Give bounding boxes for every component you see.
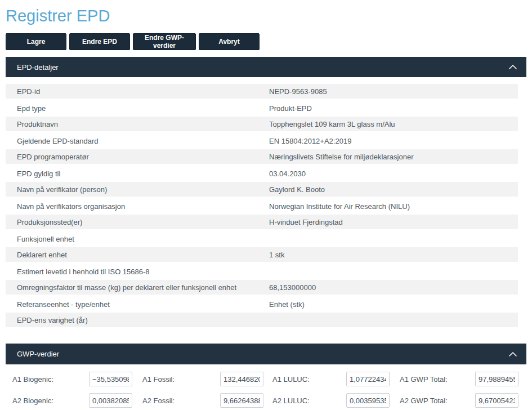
- detail-row: Navn på verifikator (person)Gaylord K. B…: [6, 182, 518, 198]
- a2-gwp-total-input[interactable]: [475, 393, 518, 408]
- detail-row-value: Næringslivets Stiftelse for miljødeklara…: [269, 153, 518, 161]
- detail-row-label: Produksjonssted(er): [17, 218, 269, 226]
- gwp-row: A2 Biogenic:A2 Fossil:A2 LULUC:A2 GWP To…: [12, 393, 526, 408]
- detail-row-value: 1 stk: [269, 251, 518, 259]
- gwp-field-label: A2 GWP Total:: [400, 396, 475, 405]
- a2-biogenic-input[interactable]: [89, 393, 132, 408]
- detail-row-label: EPD-id: [17, 87, 269, 96]
- detail-row: Gjeldende EPD-standardEN 15804:2012+A2:2…: [6, 133, 518, 149]
- detail-row: Navn på verifikators organisasjonNorwegi…: [6, 198, 518, 215]
- registrer-epd-page: Registrer EPD Lagre Endre EPD Endre GWP-…: [0, 0, 532, 410]
- detail-row-label: Navn på verifikator (person): [17, 185, 269, 194]
- detail-row: Omregningsfaktor til masse (kg) per dekl…: [6, 280, 518, 296]
- a2-luluc-input[interactable]: [346, 393, 390, 408]
- edit-gwp-values-button[interactable]: Endre GWP-verdier: [133, 33, 196, 50]
- detail-row-label: Produktnavn: [17, 120, 269, 128]
- gwp-section-title: GWP-verdier: [17, 350, 59, 358]
- toolbar: Lagre Endre EPD Endre GWP-verdier Avbryt: [6, 33, 526, 50]
- gwp-row: A1 Biogenic:A1 Fossil:A1 LULUC:A1 GWP To…: [12, 372, 526, 386]
- detail-row-label: Gjeldende EPD-standard: [17, 137, 269, 145]
- detail-row-value: Topphengslet 109 karm 3L glass m/Alu: [269, 120, 518, 128]
- detail-row: Epd typeProdukt-EPD: [6, 100, 518, 117]
- detail-row: Estimert levetid i henhold til ISO 15686…: [6, 264, 518, 280]
- epd-details-rows: EPD-idNEPD-9563-9085Epd typeProdukt-EPDP…: [6, 84, 518, 329]
- detail-row-label: Referanseenhet - type/enhet: [17, 300, 269, 309]
- detail-row-value: Produkt-EPD: [269, 104, 518, 113]
- detail-row-label: Omregningsfaktor til masse (kg) per dekl…: [17, 283, 269, 292]
- detail-row-label: Funksjonell enhet: [17, 235, 269, 243]
- detail-row-label: EPD-ens varighet (år): [17, 316, 269, 324]
- gwp-field-label: A2 LULUC:: [272, 396, 346, 405]
- detail-row-label: EPD programoperatør: [17, 153, 269, 161]
- epd-details-section-title: EPD-detaljer: [17, 63, 59, 72]
- detail-row-value: Norwegian Institute for Air Research (NI…: [269, 202, 518, 211]
- a2-fossil-input[interactable]: [220, 393, 263, 408]
- detail-row-value: EN 15804:2012+A2:2019: [269, 137, 518, 145]
- detail-row-label: Epd type: [17, 104, 269, 113]
- detail-row-value: H-vinduet Fjerdingstad: [269, 218, 518, 226]
- epd-details-section-header[interactable]: EPD-detaljer: [6, 57, 526, 77]
- gwp-field-label: A1 LULUC:: [272, 375, 346, 384]
- detail-row-value: Enhet (stk): [269, 300, 518, 309]
- a1-luluc-input[interactable]: [346, 372, 390, 386]
- detail-row-label: Navn på verifikators organisasjon: [17, 202, 269, 211]
- gwp-section-header[interactable]: GWP-verdier: [6, 344, 526, 364]
- save-button[interactable]: Lagre: [6, 33, 66, 50]
- detail-row: EPD programoperatørNæringslivets Stiftel…: [6, 149, 518, 166]
- a1-fossil-input[interactable]: [220, 372, 263, 386]
- detail-row-label: Deklarert enhet: [17, 251, 269, 259]
- detail-row: EPD-ens varighet (år): [6, 313, 518, 329]
- page-title: Registrer EPD: [6, 0, 526, 33]
- detail-row: ProduktnavnTopphengslet 109 karm 3L glas…: [6, 117, 518, 133]
- detail-row-label: Estimert levetid i henhold til ISO 15686…: [17, 268, 269, 276]
- chevron-up-icon: [508, 64, 517, 70]
- detail-row: EPD-idNEPD-9563-9085: [6, 84, 518, 100]
- detail-row-value: 68,153000000: [269, 283, 518, 292]
- gwp-field-label: A2 Fossil:: [142, 396, 220, 405]
- gwp-field-label: A1 Biogenic:: [12, 375, 89, 384]
- detail-row-value: Gaylord K. Booto: [269, 185, 518, 194]
- edit-epd-button[interactable]: Endre EPD: [69, 33, 130, 50]
- a1-biogenic-input[interactable]: [89, 372, 132, 386]
- cancel-button[interactable]: Avbryt: [199, 33, 260, 50]
- gwp-field-label: A2 Biogenic:: [12, 396, 89, 405]
- gwp-field-label: A1 Fossil:: [142, 375, 220, 384]
- detail-row: Produksjonssted(er)H-vinduet Fjerdingsta…: [6, 215, 518, 231]
- detail-row: Deklarert enhet1 stk: [6, 247, 518, 264]
- detail-row-label: EPD gyldig til: [17, 170, 269, 178]
- gwp-field-label: A1 GWP Total:: [400, 375, 475, 384]
- gwp-rows: A1 Biogenic:A1 Fossil:A1 LULUC:A1 GWP To…: [6, 372, 526, 408]
- detail-row: EPD gyldig til03.04.2030: [6, 166, 518, 182]
- chevron-up-icon: [508, 351, 517, 358]
- detail-row-value: 03.04.2030: [269, 170, 518, 178]
- detail-row: Referanseenhet - type/enhetEnhet (stk): [6, 296, 518, 313]
- detail-row: Funksjonell enhet: [6, 231, 518, 247]
- a1-gwp-total-input[interactable]: [475, 372, 518, 386]
- detail-row-value: NEPD-9563-9085: [269, 87, 518, 96]
